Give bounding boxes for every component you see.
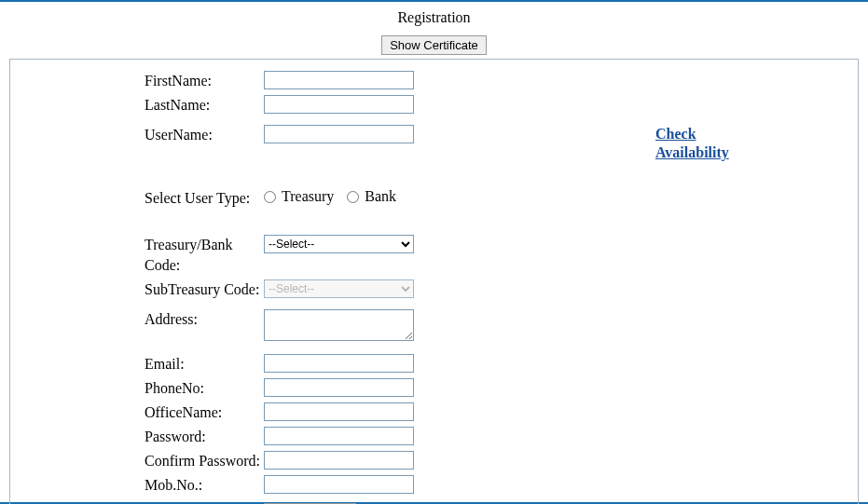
address-input[interactable] — [264, 309, 414, 341]
password-input[interactable] — [264, 427, 414, 445]
show-certificate-button[interactable]: Show Certificate — [381, 35, 487, 55]
subtreasury-code-select: --Select-- — [264, 279, 414, 298]
label-phone-no: PhoneNo: — [21, 378, 264, 399]
office-name-input[interactable] — [264, 402, 414, 421]
user-type-radio-group: Treasury Bank — [264, 188, 562, 205]
user-type-bank-radio[interactable] — [347, 191, 359, 203]
user-type-treasury-radio[interactable] — [264, 191, 276, 203]
first-name-input[interactable] — [264, 71, 414, 89]
phone-no-input[interactable] — [264, 378, 414, 397]
label-first-name: FirstName: — [21, 71, 264, 91]
label-mob-no: Mob.No.: — [21, 475, 264, 496]
label-user-name: UserName: — [21, 125, 264, 145]
check-availability-link[interactable]: Check Availability — [655, 125, 758, 162]
label-last-name: LastName: — [21, 95, 264, 116]
email-input[interactable] — [264, 354, 414, 373]
user-type-bank-label: Bank — [365, 188, 396, 205]
mob-no-input[interactable] — [264, 475, 414, 494]
page-title: Registration — [0, 9, 868, 26]
label-address: Address: — [21, 309, 264, 330]
label-subtreasury-code: SubTreasury Code: — [21, 279, 264, 300]
label-confirm-password: Confirm Password: — [21, 451, 264, 471]
label-select-user-type: Select User Type: — [21, 188, 264, 209]
registration-form: FirstName: LastName: UserName: Check Ava… — [9, 59, 859, 504]
user-name-input[interactable] — [264, 125, 414, 143]
user-type-treasury-label: Treasury — [282, 188, 334, 205]
label-password: Password: — [21, 427, 264, 447]
last-name-input[interactable] — [264, 95, 414, 114]
label-office-name: OfficeName: — [21, 402, 264, 423]
label-treasury-bank-code: Treasury/Bank Code: — [21, 235, 264, 276]
confirm-password-input[interactable] — [264, 451, 414, 470]
treasury-bank-code-select[interactable]: --Select-- — [264, 235, 414, 253]
label-email: Email: — [21, 354, 264, 375]
